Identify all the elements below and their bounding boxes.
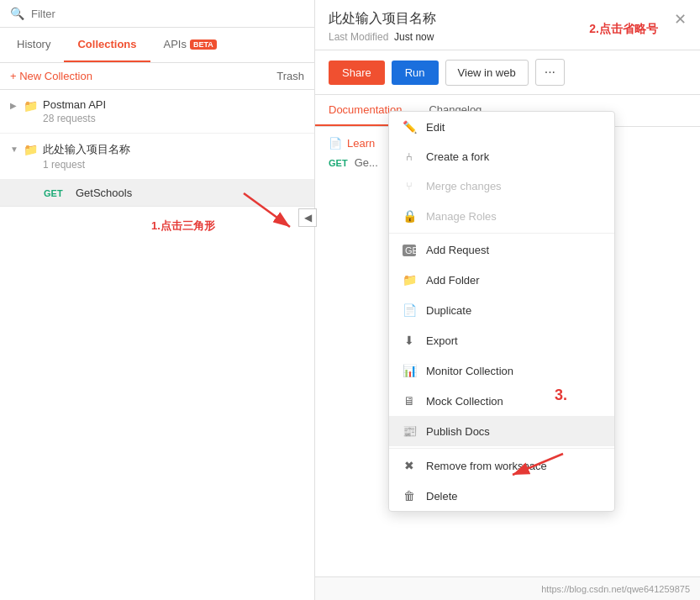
collection-item-custom[interactable]: ▼ 📁 此处输入项目名称 1 request [0, 134, 314, 180]
monitor-icon: 📊 [403, 364, 416, 377]
url-bar: https://blog.csdn.net/qwe641259875 [315, 576, 700, 600]
learn-link[interactable]: Learn [347, 137, 375, 150]
tab-apis[interactable]: APIs BETA [150, 28, 230, 62]
collection-list: ▶ 📁 Postman API 28 requests ▼ 📁 此处输入项目名称… [0, 90, 314, 600]
beta-badge: BETA [190, 39, 217, 50]
chevron-right-icon: ▶ [10, 101, 18, 110]
publish-icon: 📰 [403, 424, 416, 438]
panel-title: 此处输入项目名称 [329, 10, 687, 28]
method-get-label: GET [329, 158, 348, 168]
search-input[interactable] [31, 8, 304, 20]
dropdown-item-monitor[interactable]: 📊 Monitor Collection [389, 355, 614, 386]
delete-icon: 🗑 [403, 489, 416, 503]
collection-count: 28 requests [43, 113, 304, 124]
duplicate-icon: 📄 [403, 303, 416, 317]
dropdown-menu: ✏️ Edit ⑃ Create a fork ⑂ Merge changes … [388, 111, 615, 512]
footer-url: https://blog.csdn.net/qwe641259875 [541, 584, 690, 594]
dropdown-item-add-request[interactable]: GET Add Request [389, 235, 614, 265]
panel-meta: Last Modified Just now [329, 31, 687, 43]
collection-info: Postman API 28 requests [43, 98, 304, 124]
get-path: Ge... [355, 156, 378, 169]
dropdown-item-publish[interactable]: 📰 Publish Docs [389, 416, 614, 446]
dropdown-item-merge: ⑂ Merge changes [389, 171, 614, 201]
chevron-down-icon: ▼ [10, 145, 18, 154]
run-button[interactable]: Run [392, 61, 439, 85]
collection-count-2: 1 request [43, 159, 304, 171]
fork-icon: ⑃ [403, 150, 416, 163]
add-request-icon: GET [403, 245, 416, 256]
tab-collections[interactable]: Collections [64, 28, 150, 62]
tab-history[interactable]: History [3, 28, 64, 62]
collections-toolbar: + New Collection Trash [0, 63, 314, 90]
dropdown-item-fork[interactable]: ⑃ Create a fork [389, 142, 614, 171]
folder-icon: 📁 [24, 99, 38, 113]
merge-icon: ⑂ [403, 180, 416, 192]
expand-triangle-button[interactable]: ◀ [298, 208, 317, 227]
dropdown-item-mock[interactable]: 🖥 Mock Collection [389, 386, 614, 416]
panel-header: 此处输入项目名称 Last Modified Just now ✕ 2.点击省略… [315, 0, 700, 50]
collection-name: Postman API [43, 98, 304, 111]
method-badge-get: GET [44, 188, 69, 198]
dropdown-item-delete[interactable]: 🗑 Delete [389, 481, 614, 511]
collection-name-2: 此处输入项目名称 [43, 142, 304, 157]
request-name: GetSchools [76, 187, 132, 199]
remove-icon: ✖ [403, 459, 416, 472]
request-item-getschools[interactable]: GET GetSchools [0, 180, 314, 207]
export-icon: ⬇ [403, 334, 416, 347]
folder-icon-2: 📁 [24, 143, 38, 156]
lock-icon: 🔒 [403, 209, 416, 223]
sidebar: 🔍 History Collections APIs BETA + New Co… [0, 0, 315, 600]
sidebar-tabs: History Collections APIs BETA [0, 28, 314, 63]
action-bar: Share Run View in web ··· [315, 50, 700, 95]
dropdown-item-add-folder[interactable]: 📁 Add Folder [389, 265, 614, 295]
more-options-button[interactable]: ··· [535, 59, 565, 86]
share-button[interactable]: Share [329, 61, 385, 85]
add-folder-icon: 📁 [403, 273, 416, 287]
collection-info-2: 此处输入项目名称 1 request [43, 142, 304, 171]
view-in-web-button[interactable]: View in web [445, 60, 529, 86]
dropdown-item-export[interactable]: ⬇ Export [389, 325, 614, 355]
trash-button[interactable]: Trash [276, 70, 304, 82]
edit-icon: ✏️ [403, 120, 416, 134]
new-collection-button[interactable]: + New Collection [10, 70, 92, 82]
dropdown-item-roles: 🔒 Manage Roles [389, 201, 614, 231]
search-icon: 🔍 [10, 7, 24, 20]
collection-item-postman-api[interactable]: ▶ 📁 Postman API 28 requests [0, 90, 314, 134]
search-bar: 🔍 [0, 0, 314, 28]
mock-icon: 🖥 [403, 394, 416, 408]
dropdown-item-remove[interactable]: ✖ Remove from workspace [389, 450, 614, 481]
dropdown-item-edit[interactable]: ✏️ Edit [389, 112, 614, 142]
close-button[interactable]: ✕ [674, 10, 687, 29]
dropdown-item-duplicate[interactable]: 📄 Duplicate [389, 295, 614, 325]
